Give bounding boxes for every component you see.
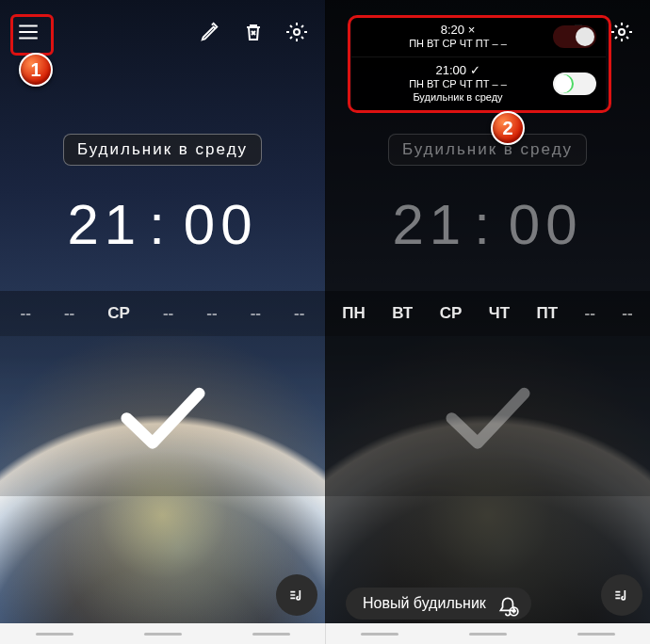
alarm-1-toggle[interactable] [553,25,596,48]
day-mon[interactable]: ПН [342,304,366,323]
alarm-row-1[interactable]: 8:20 × ПН ВТ СР ЧТ ПТ – – [351,17,606,57]
sound-fab[interactable] [601,574,642,616]
android-navbar [325,623,650,644]
alarm-label-chip[interactable]: Будильник в среду [388,134,587,166]
alarm-label-chip[interactable]: Будильник в среду [63,134,262,166]
alarm-row-2[interactable]: 21:00 ✓ ПН ВТ СР ЧТ ПТ – – Будильник в с… [351,57,606,110]
toolbar [0,0,325,58]
confirm-check-icon[interactable] [436,374,540,459]
weekday-row[interactable]: -- -- СР -- -- -- -- [0,291,325,336]
delete-button[interactable] [235,13,272,51]
day-sat[interactable]: -- [585,304,595,323]
day-mon[interactable]: -- [21,304,31,323]
bell-plus-icon [496,594,520,619]
day-fri[interactable]: ПТ [537,304,559,323]
alarm-1-time: 8:20 × [363,23,553,38]
alarm-main: Будильник в среду 21:00 [0,58,325,257]
hours[interactable]: 21 [67,193,141,256]
alarm-1-days: ПН ВТ СР ЧТ ПТ – – [363,38,553,51]
tutorial-marker-1: 1 [19,53,53,87]
confirm-check-icon[interactable] [111,374,215,459]
settings-button[interactable] [603,13,641,51]
time-sep: : [141,193,184,256]
time-sep: : [466,193,509,256]
new-alarm-button[interactable]: Новый будильник [346,588,531,620]
day-thu[interactable]: -- [163,304,173,323]
phone-screen-1: 1 Будильник в среду 21:00 -- -- СР -- --… [0,0,325,644]
day-sun[interactable]: -- [622,304,632,323]
phone-screen-2: 8:20 × ПН ВТ СР ЧТ ПТ – – 21:00 ✓ ПН ВТ … [325,0,650,644]
alarm-2-time: 21:00 ✓ [363,63,553,78]
day-tue[interactable]: ВТ [392,304,413,323]
edit-button[interactable] [191,13,229,51]
day-thu[interactable]: ЧТ [489,304,510,323]
menu-button[interactable] [9,13,47,51]
alarm-2-sub: Будильник в среду [363,91,553,105]
settings-button[interactable] [278,13,316,51]
minutes[interactable]: 00 [184,193,258,256]
hours[interactable]: 21 [392,193,466,256]
alarm-time[interactable]: 21:00 [0,192,325,257]
alarm-list-panel: 8:20 × ПН ВТ СР ЧТ ПТ – – 21:00 ✓ ПН ВТ … [351,17,606,110]
svg-point-1 [619,29,625,35]
android-navbar [0,623,325,644]
weekday-row[interactable]: ПН ВТ СР ЧТ ПТ -- -- [325,291,650,336]
alarm-2-days: ПН ВТ СР ЧТ ПТ – – [363,78,553,91]
day-wed[interactable]: СР [440,304,463,323]
day-sun[interactable]: -- [294,304,304,323]
day-fri[interactable]: -- [206,304,217,323]
day-wed[interactable]: СР [107,304,130,323]
alarm-2-toggle[interactable] [553,72,596,95]
day-tue[interactable]: -- [64,304,74,323]
day-sat[interactable]: -- [251,304,261,323]
confirm-area [325,336,650,496]
new-alarm-label: Новый будильник [363,595,486,612]
tutorial-marker-2: 2 [491,111,525,145]
alarm-time[interactable]: 21:00 [325,192,650,257]
confirm-area [0,336,325,496]
minutes[interactable]: 00 [509,193,583,256]
svg-point-0 [294,29,300,35]
sound-fab[interactable] [276,574,317,616]
